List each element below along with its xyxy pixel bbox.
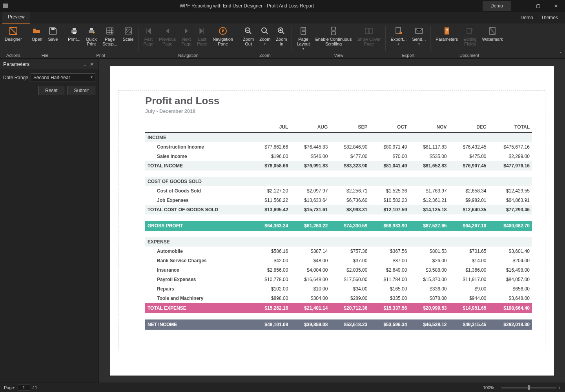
previous-page-button: Previous Page	[157, 25, 178, 47]
parameters-panel-title: Parameters	[3, 61, 81, 67]
watermark-icon	[487, 26, 498, 36]
submit-button[interactable]: Submit	[67, 86, 95, 95]
svg-rect-5	[89, 30, 94, 33]
last-page-button: Last Page	[195, 25, 210, 47]
date-range-label: Date Range	[3, 75, 28, 80]
group-file-label: File	[29, 52, 60, 58]
prev-icon	[162, 26, 173, 36]
svg-rect-17	[369, 28, 372, 34]
next-page-button: Next Page	[179, 25, 194, 47]
envelope-icon	[414, 26, 424, 36]
reset-button[interactable]: Reset	[38, 86, 64, 95]
group-actions-label: Actions	[2, 52, 24, 58]
app-menu-icon[interactable]	[3, 4, 8, 8]
zoom-value: 100%	[483, 385, 494, 390]
demo-badge: Demo	[483, 1, 511, 11]
page-setup-button[interactable]: Page Setup...	[100, 25, 120, 47]
svg-rect-3	[73, 28, 76, 30]
zoom-slider[interactable]	[501, 387, 556, 388]
link-themes[interactable]: Themes	[541, 15, 558, 20]
zoom-out-icon	[243, 26, 253, 36]
svg-rect-7	[107, 28, 113, 34]
continuous-scroll-button[interactable]: Enable Continuous Scrolling	[313, 25, 354, 47]
cover-page-icon	[364, 26, 374, 36]
zoom-in-small[interactable]: +	[559, 385, 561, 390]
compass-icon	[218, 26, 228, 36]
maximize-button[interactable]: ▢	[529, 0, 547, 12]
first-page-icon	[143, 26, 153, 36]
page-total: / 1	[33, 385, 37, 390]
svg-rect-1	[51, 28, 55, 30]
svg-rect-15	[332, 32, 335, 35]
parameters-panel: Parameters ⟂ ✕ Date Range Second Half-Ye…	[0, 59, 99, 383]
designer-button[interactable]: Designer	[2, 25, 24, 42]
group-navigation-label: Navigation	[141, 52, 235, 58]
page-layout-icon	[298, 26, 308, 36]
report-title: Profit and Loss	[145, 95, 532, 107]
cover-page-button: Show Cover Page	[355, 25, 383, 47]
parameters-icon: ?	[442, 26, 452, 36]
group-zoom-label: Zoom	[241, 52, 289, 58]
parameters-button[interactable]: ? Parameters	[433, 25, 460, 42]
scale-icon	[123, 26, 133, 36]
print-button[interactable]: Print...	[66, 25, 83, 42]
svg-rect-14	[332, 27, 335, 30]
zoom-in-icon	[276, 26, 286, 36]
svg-rect-6	[90, 28, 93, 30]
zoom-out-small[interactable]: −	[496, 385, 499, 390]
tab-strip: Preview Demo Themes	[0, 12, 565, 24]
status-bar: Page: / 1 100% − +	[0, 383, 565, 392]
next-icon	[181, 26, 191, 36]
svg-rect-13	[301, 27, 306, 34]
watermark-button[interactable]: Watermark	[480, 25, 505, 42]
save-icon	[48, 26, 58, 36]
continuous-scroll-icon	[328, 26, 339, 36]
designer-icon	[8, 26, 18, 36]
scale-button[interactable]: Scale	[120, 25, 136, 42]
page-grid-icon	[105, 26, 115, 36]
editing-fields-button: Editing Fields	[461, 25, 479, 47]
group-print-label: Print	[66, 52, 136, 58]
zoom-button[interactable]: Zoom ▾	[257, 25, 273, 47]
export-icon	[394, 26, 404, 36]
navigation-pane-button[interactable]: Navigation Pane	[210, 25, 235, 47]
page-layout-button[interactable]: Page Layout ▾	[294, 25, 312, 51]
tab-preview[interactable]: Preview	[2, 12, 30, 24]
group-export-label: Export	[388, 52, 428, 58]
pin-icon[interactable]: ⟂	[81, 62, 88, 67]
report-viewer[interactable]: Profit and Loss July - December 2018 JUL…	[99, 59, 565, 383]
printer-bolt-icon	[86, 26, 97, 36]
group-view-label: View	[294, 52, 383, 58]
zoom-out-button[interactable]: Zoom Out	[241, 25, 256, 47]
open-button[interactable]: Open	[29, 25, 45, 42]
editing-fields-icon	[465, 26, 475, 36]
send-button[interactable]: Send... ▾	[410, 25, 428, 47]
zoom-icon	[260, 26, 270, 36]
report-subtitle: July - December 2018	[145, 109, 532, 114]
save-button[interactable]: Save	[46, 25, 60, 42]
window-title: WPF Reporting with End User Designer - P…	[11, 3, 483, 9]
last-page-icon	[197, 26, 207, 36]
title-bar: WPF Reporting with End User Designer - P…	[0, 0, 565, 12]
date-range-select[interactable]: Second Half-Year	[31, 73, 95, 82]
svg-rect-4	[73, 32, 76, 34]
close-button[interactable]: ✕	[547, 0, 565, 12]
report-page: Profit and Loss July - December 2018 JUL…	[110, 66, 554, 376]
svg-text:?: ?	[445, 28, 448, 34]
minimize-button[interactable]: ─	[511, 0, 529, 12]
group-document-label: Document	[433, 52, 505, 58]
report-table: JULAUGSEPOCTNOVDECTOTALINCOMEConstructio…	[145, 122, 532, 330]
folder-open-icon	[32, 26, 42, 36]
link-demo[interactable]: Demo	[521, 15, 533, 20]
svg-rect-16	[365, 28, 368, 34]
ribbon: Designer Actions Open Save File Print...	[0, 24, 565, 59]
page-label: Page:	[4, 385, 15, 390]
ribbon-collapse-button[interactable]: ⌃	[559, 51, 563, 57]
zoom-in-button[interactable]: Zoom In	[273, 25, 289, 47]
export-button[interactable]: Export... ▾	[388, 25, 409, 47]
printer-icon	[69, 26, 79, 36]
page-number-input[interactable]	[18, 385, 30, 391]
quick-print-button[interactable]: Quick Print	[84, 25, 99, 47]
panel-close-icon[interactable]: ✕	[88, 62, 95, 67]
first-page-button: First Page	[141, 25, 156, 47]
